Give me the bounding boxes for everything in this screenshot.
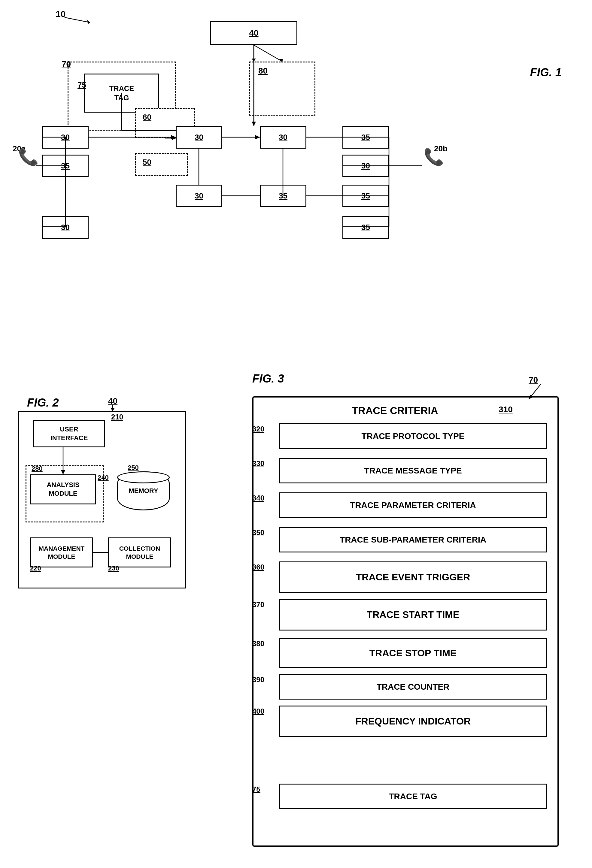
fig3-area: FIG. 3 70 TRACE CRITERIA 310 320 TRACE P… xyxy=(252,372,577,856)
svg-marker-1 xyxy=(86,19,90,24)
row-trace-message-type: TRACE MESSAGE TYPE xyxy=(279,458,547,483)
ref-75-fig3: 75 xyxy=(252,785,260,794)
ref-75-fig1: 75 xyxy=(77,80,86,90)
ref-230: 230 xyxy=(108,564,119,572)
ref-60: 60 xyxy=(143,112,151,122)
box-trace-tag-fig1: TRACETAG xyxy=(84,74,159,112)
ref-390: 390 xyxy=(252,676,264,684)
ref-210: 210 xyxy=(111,413,123,421)
svg-marker-5 xyxy=(279,59,283,62)
svg-line-0 xyxy=(65,18,90,22)
ref-360: 360 xyxy=(252,563,264,571)
svg-marker-3 xyxy=(252,59,256,62)
phone-left-icon: 📞 xyxy=(18,147,39,167)
memory-cylinder-top xyxy=(117,471,170,483)
page: 10 FIG. 1 40 70 TRACETAG 75 80 30 xyxy=(0,0,592,868)
box-35-right-top: 35 xyxy=(342,126,389,149)
ref-370: 370 xyxy=(252,601,264,609)
ref-220: 220 xyxy=(30,564,41,572)
fig1-diagram: 10 FIG. 1 40 70 TRACETAG 75 80 30 xyxy=(9,6,580,270)
ref-70-fig3: 70 xyxy=(528,375,538,385)
row-trace-counter: TRACE COUNTER xyxy=(279,674,547,700)
fig2-label: FIG. 2 xyxy=(27,396,59,409)
ref-320: 320 xyxy=(252,425,264,433)
fig1-label: FIG. 1 xyxy=(530,66,562,79)
ref-240: 240 xyxy=(98,474,109,481)
box-35-far-right: 35 xyxy=(342,216,389,239)
svg-marker-35 xyxy=(252,122,256,126)
row-trace-tag: TRACE TAG xyxy=(279,784,547,809)
ref-330: 330 xyxy=(252,459,264,468)
ref-340: 340 xyxy=(252,494,264,502)
svg-marker-39 xyxy=(111,408,115,411)
row-trace-sub-parameter-criteria: TRACE SUB-PARAMETER CRITERIA xyxy=(279,527,547,552)
fig3-label: FIG. 3 xyxy=(252,372,284,385)
row-trace-start-time: TRACE START TIME xyxy=(279,599,547,630)
row-trace-stop-time: TRACE STOP TIME xyxy=(279,638,547,668)
box-management-module: MANAGEMENTMODULE xyxy=(30,537,93,567)
box-30-far-left: 30 xyxy=(42,216,89,239)
box-30-topleft: 30 xyxy=(42,126,89,149)
box-35-bottom-center: 35 xyxy=(260,185,306,207)
ref-380: 380 xyxy=(252,639,264,648)
box-user-interface: USERINTERFACE xyxy=(33,420,105,447)
box-30-center-l: 30 xyxy=(176,126,222,149)
phone-right-icon: 📞 xyxy=(423,147,444,167)
box-35-right-mid2: 35 xyxy=(342,185,389,207)
box-40: 40 xyxy=(210,21,297,45)
fig3-title: TRACE CRITERIA xyxy=(282,405,508,416)
row-trace-parameter-criteria: TRACE PARAMETER CRITERIA xyxy=(279,492,547,518)
box-30-bottom-l: 30 xyxy=(176,185,222,207)
fig2-area: FIG. 2 40 210 USERINTERFACE 280 ANALYSIS… xyxy=(18,396,192,601)
ref-10: 10 xyxy=(56,9,65,19)
ref-350: 350 xyxy=(252,528,264,537)
ref-40-fig2: 40 xyxy=(108,396,117,406)
ref-400: 400 xyxy=(252,707,264,716)
ref-310: 310 xyxy=(499,405,513,414)
row-trace-event-trigger: TRACE EVENT TRIGGER xyxy=(279,561,547,593)
ref-70: 70 xyxy=(62,59,71,69)
row-trace-protocol-type: TRACE PROTOCOL TYPE xyxy=(279,423,547,449)
svg-line-4 xyxy=(254,45,282,62)
box-collection-module: COLLECTIONMODULE xyxy=(108,537,171,567)
box-30-center-r: 30 xyxy=(260,126,306,149)
svg-marker-7 xyxy=(255,135,260,139)
box-35-left: 35 xyxy=(42,155,89,177)
ref-80: 80 xyxy=(258,66,268,76)
ref-280: 280 xyxy=(31,465,43,472)
box-analysis-module: ANALYSISMODULE xyxy=(30,474,96,505)
box-30-right-mid: 30 xyxy=(342,155,389,177)
ref-250: 250 xyxy=(128,464,139,472)
row-frequency-indicator: FREQUENCY INDICATOR xyxy=(279,706,547,737)
ref-50: 50 xyxy=(143,158,151,167)
